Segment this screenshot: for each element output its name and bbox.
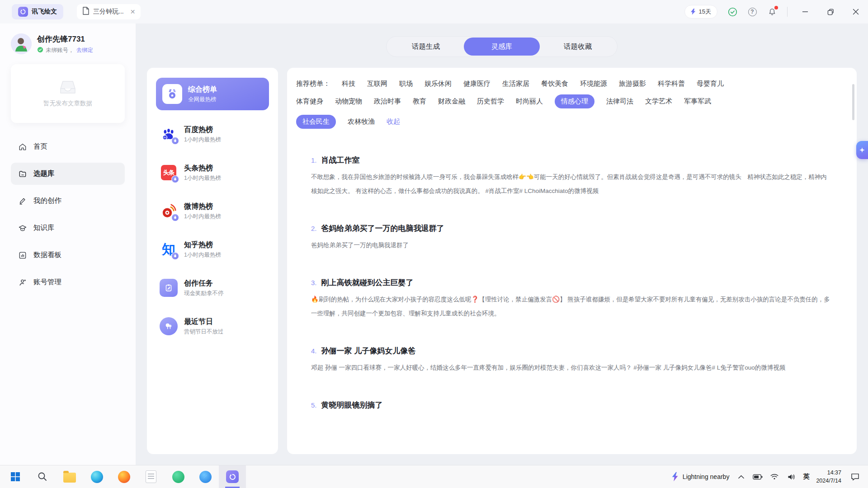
windows-logo-icon — [10, 472, 20, 482]
board-item-creation-tasks[interactable]: 创作任务 现金奖励拿不停 — [156, 273, 269, 302]
document-icon — [82, 7, 90, 17]
tab-topic-favorites[interactable]: 话题收藏 — [540, 38, 616, 56]
file-explorer-icon — [63, 473, 76, 483]
category-chip[interactable]: 环境能源 — [580, 80, 607, 88]
category-chip[interactable]: 军事军武 — [684, 97, 711, 106]
taskbar-firefox-browser[interactable] — [110, 465, 137, 488]
category-chip[interactable]: 农林牧渔 — [348, 117, 375, 126]
category-chip[interactable]: 科学科普 — [658, 80, 685, 88]
clock[interactable]: 14:37 2024/7/14 — [816, 469, 841, 485]
board-item-toutiao[interactable]: 头条 头条热榜 1小时内最热榜 — [156, 158, 269, 187]
category-chip[interactable]: 教育 — [413, 97, 426, 106]
date-label: 2024/7/14 — [816, 477, 841, 485]
taskbar-green-app[interactable] — [165, 465, 192, 488]
battery-icon[interactable] — [753, 472, 763, 482]
time-label: 14:37 — [816, 469, 841, 477]
volume-icon[interactable] — [786, 472, 796, 482]
bind-account-link[interactable]: 去绑定 — [76, 47, 94, 54]
taskbar-search-button[interactable] — [29, 465, 56, 488]
taskbar: Lightning nearby 英 14:37 2024/7/14 — [0, 465, 868, 488]
medal-icon — [162, 84, 182, 104]
category-chip[interactable]: 旅游摄影 — [619, 80, 646, 88]
start-button[interactable] — [2, 465, 29, 488]
topic-description: 🔥刷到的热帖，为什么现在大家对小孩子的容忍度这么低呢❓【理性讨论，禁止偏激发言🚫… — [311, 292, 831, 320]
topic-item: 3. 刚上高铁就碰到公主巨婴了 🔥刷到的热帖，为什么现在大家对小孩子的容忍度这么… — [311, 277, 831, 320]
board-list-panel: 综合榜单 全网最热榜 du 百度热榜 1小时内最热榜 — [147, 68, 278, 454]
category-chip[interactable]: 娱乐休闲 — [425, 80, 452, 88]
topic-list: 1. 肖战工作室 不敢想象，我在异国他乡旅游的时候被路人喷一身可乐，我会暴躁失落… — [296, 155, 831, 410]
sidebar-item-home[interactable]: 首页 — [11, 136, 125, 158]
collapse-link[interactable]: 收起 — [387, 117, 400, 126]
svg-text:du: du — [163, 136, 166, 139]
floating-assistant-button[interactable] — [856, 141, 868, 159]
category-chip[interactable]: 母婴育儿 — [697, 80, 724, 88]
taskbar-xunfei-app[interactable] — [219, 465, 246, 488]
category-chip[interactable]: 法律司法 — [606, 97, 633, 106]
category-chip[interactable]: 政治时事 — [374, 97, 401, 106]
category-chip[interactable]: 健康医疗 — [463, 80, 491, 88]
category-chip-selected-emotion[interactable]: 情感心理 — [555, 94, 594, 108]
recommend-label: 推荐榜单： — [296, 80, 330, 88]
sidebar-item-data-dashboard[interactable]: 数据看板 — [11, 244, 125, 266]
category-chip[interactable]: 职场 — [399, 80, 413, 88]
category-chip[interactable]: 互联网 — [367, 80, 387, 88]
topic-title[interactable]: 1. 肖战工作室 — [311, 155, 831, 165]
taskbar-edge-browser[interactable] — [83, 465, 110, 488]
category-row-3: 社会民生 农林牧渔 收起 — [296, 115, 831, 129]
topic-item: 4. 孙俪一家 儿子像妈女儿像爸 邓超 孙俪 一家四口看球赛，一家人好暖心，结婚… — [311, 346, 831, 375]
app-tab-label: 讯飞绘文 — [32, 8, 57, 16]
sidebar-item-knowledge-base[interactable]: 知识库 — [11, 217, 125, 239]
category-chip[interactable]: 体育健身 — [296, 97, 323, 106]
tray-chevron-up-icon[interactable] — [736, 472, 746, 482]
edge-browser-icon — [91, 471, 103, 483]
restore-button[interactable] — [823, 5, 838, 19]
category-chip[interactable]: 生活家居 — [502, 80, 529, 88]
board-item-comprehensive[interactable]: 综合榜单 全网最热榜 — [156, 78, 269, 110]
tab-inspiration-library[interactable]: 灵感库 — [464, 38, 540, 56]
category-row-2: 体育健身 动物宠物 政治时事 教育 财政金融 历史哲学 时尚丽人 情感心理 法律… — [296, 94, 831, 108]
help-icon[interactable]: ? — [747, 7, 757, 17]
topic-title[interactable]: 3. 刚上高铁就碰到公主巨婴了 — [311, 277, 831, 288]
action-center-icon[interactable] — [848, 473, 862, 481]
document-tab-close-icon[interactable]: ✕ — [130, 8, 136, 15]
category-chip[interactable]: 科技 — [342, 80, 355, 88]
wifi-icon[interactable] — [769, 472, 779, 482]
category-chip[interactable]: 动物宠物 — [335, 97, 362, 106]
category-chip[interactable]: 文学艺术 — [645, 97, 672, 106]
category-chip[interactable]: 餐饮美食 — [541, 80, 568, 88]
topic-title[interactable]: 4. 孙俪一家 儿子像妈女儿像爸 — [311, 346, 831, 356]
taskbar-file-explorer[interactable] — [56, 465, 83, 488]
category-chip[interactable]: 时尚丽人 — [516, 97, 543, 106]
category-chip-selected-society[interactable]: 社会民生 — [296, 115, 336, 129]
scrollbar-thumb[interactable] — [852, 84, 854, 120]
category-chip[interactable]: 历史哲学 — [477, 97, 504, 106]
tab-topic-generation[interactable]: 话题生成 — [388, 38, 464, 56]
sidebar-item-topic-library[interactable]: 选题库 — [11, 163, 125, 185]
flame-badge-icon — [171, 137, 179, 145]
app-tab[interactable]: 讯飞绘文 — [12, 4, 63, 19]
board-item-weibo[interactable]: 微博热榜 1小时内最热榜 — [156, 197, 269, 225]
sidebar-item-account-management[interactable]: 账号管理 — [11, 271, 125, 293]
board-item-baidu[interactable]: du 百度热榜 1小时内最热榜 — [156, 120, 269, 149]
category-chip[interactable]: 财政金融 — [438, 97, 465, 106]
taskbar-document-app[interactable] — [137, 465, 165, 488]
topic-title[interactable]: 2. 爸妈给弟弟买了一万的电脑我退群了 — [311, 223, 831, 234]
lightning-nearby-status[interactable]: Lightning nearby — [671, 472, 730, 482]
ime-language-indicator[interactable]: 英 — [803, 473, 809, 481]
sparkle-icon — [859, 147, 865, 153]
check-status-icon[interactable] — [727, 7, 737, 17]
topic-title[interactable]: 5. 黄晓明眼镜别摘了 — [311, 400, 831, 410]
clipboard-task-icon — [160, 279, 178, 297]
taskbar-compass-app[interactable] — [192, 465, 219, 488]
board-item-recent-holidays[interactable]: 最近节日 营销节日不放过 — [156, 312, 269, 341]
topic-item: 5. 黄晓明眼镜别摘了 — [311, 400, 831, 410]
trial-days-badge[interactable]: 15天 — [684, 5, 717, 19]
close-button[interactable] — [848, 5, 863, 19]
baidu-icon: du — [160, 125, 178, 143]
minimize-button[interactable] — [797, 5, 813, 19]
board-item-zhihu[interactable]: 知 知乎热榜 1小时内最热榜 — [156, 235, 269, 264]
main-tab-bar: 话题生成 灵感库 话题收藏 — [386, 36, 618, 57]
sidebar-item-my-creations[interactable]: 我的创作 — [11, 190, 125, 212]
notification-bell-icon[interactable] — [767, 7, 777, 17]
document-tab[interactable]: 三分钟玩... ✕ — [77, 4, 141, 19]
